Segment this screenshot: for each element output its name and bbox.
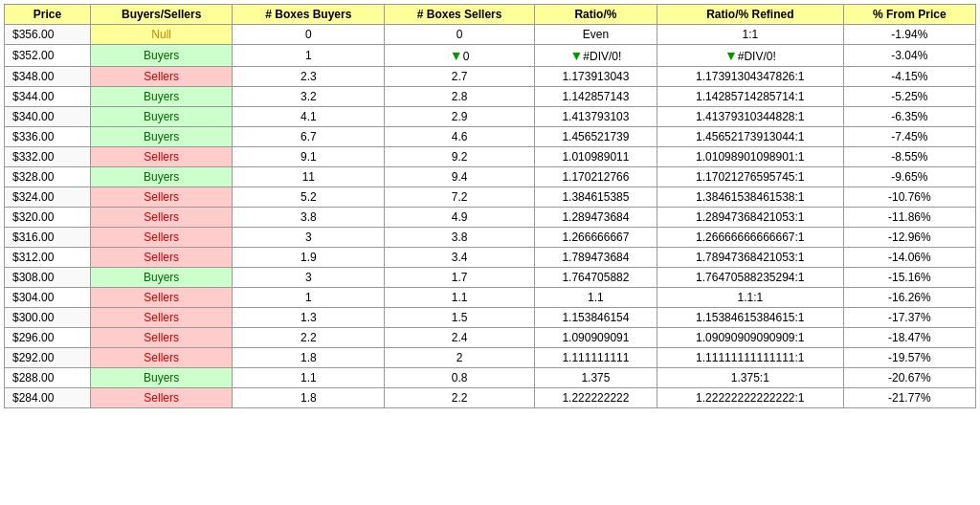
cell-from-price: -5.25% [843,87,975,107]
cell-boxes-sellers: 3.4 [385,248,535,268]
cell-from-price: -11.86% [843,208,975,228]
cell-from-price: -17.37% [843,308,975,328]
cell-ratio-refined: 1.78947368421053:1 [657,248,843,268]
cell-buyers-sellers: Sellers [90,388,233,408]
cell-ratio-refined: 1.17391304347826:1 [657,67,843,87]
cell-boxes-buyers: 1.3 [233,308,385,328]
cell-boxes-buyers: 1.8 [233,348,385,368]
cell-from-price: -1.94% [843,25,975,45]
cell-price: $328.00 [5,167,91,187]
cell-from-price: -3.04% [843,45,975,67]
cell-price: $344.00 [5,87,91,107]
cell-buyers-sellers: Sellers [90,248,233,268]
cell-buyers-sellers: Sellers [90,67,233,87]
cell-boxes-sellers: 1.5 [385,308,535,328]
cell-ratio-refined: 1.41379310344828:1 [657,107,843,127]
cell-ratio-refined: 1.45652173913044:1 [657,127,843,147]
cell-boxes-buyers: 2.2 [233,328,385,348]
price-table: Price Buyers/Sellers # Boxes Buyers # Bo… [4,4,976,408]
cell-ratio: 1.170212766 [534,167,657,187]
cell-price: $340.00 [5,107,91,127]
cell-buyers-sellers: Buyers [90,87,233,107]
header-ratio-refined: Ratio/% Refined [657,5,843,25]
cell-price: $352.00 [5,45,91,67]
cell-buyers-sellers: Buyers [90,45,233,67]
cell-price: $312.00 [5,248,91,268]
cell-boxes-buyers: 1 [233,45,385,67]
cell-from-price: -12.96% [843,228,975,248]
cell-boxes-sellers: 4.6 [385,127,535,147]
cell-from-price: -18.47% [843,328,975,348]
cell-ratio-refined: 1.76470588235294:1 [657,268,843,288]
cell-from-price: -9.65% [843,167,975,187]
cell-ratio: 1.222222222 [534,388,657,408]
cell-boxes-buyers: 3 [233,268,385,288]
cell-boxes-buyers: 3.8 [233,208,385,228]
cell-price: $284.00 [5,388,91,408]
cell-price: $348.00 [5,67,91,87]
cell-boxes-buyers: 11 [233,167,385,187]
cell-boxes-buyers: 0 [233,25,385,45]
cell-buyers-sellers: Sellers [90,328,233,348]
cell-boxes-sellers: 9.2 [385,147,535,167]
cell-price: $300.00 [5,308,91,328]
header-ratio: Ratio/% [534,5,657,25]
cell-buyers-sellers: Sellers [90,288,233,308]
cell-buyers-sellers: Sellers [90,147,233,167]
cell-from-price: -10.76% [843,187,975,208]
cell-price: $316.00 [5,228,91,248]
cell-price: $308.00 [5,268,91,288]
cell-buyers-sellers: Sellers [90,187,233,208]
cell-buyers-sellers: Buyers [90,268,233,288]
header-boxes-sellers: # Boxes Sellers [385,5,535,25]
cell-boxes-buyers: 3 [233,228,385,248]
cell-ratio: 1.384615385 [534,187,657,208]
cell-from-price: -15.16% [843,268,975,288]
cell-ratio-refined: 1.14285714285714:1 [657,87,843,107]
cell-boxes-sellers: 2.8 [385,87,535,107]
cell-buyers-sellers: Buyers [90,127,233,147]
cell-boxes-buyers: 5.2 [233,187,385,208]
down-indicator-ratio-refined-icon: ▼ [724,48,738,63]
cell-from-price: -8.55% [843,147,975,167]
cell-buyers-sellers: Sellers [90,308,233,328]
cell-from-price: -7.45% [843,127,975,147]
header-from-price: % From Price [843,5,975,25]
down-indicator-icon: ▼ [450,48,463,63]
cell-boxes-sellers: 0 [385,25,535,45]
cell-from-price: -20.67% [843,368,975,388]
cell-boxes-sellers: 0.8 [385,368,535,388]
cell-boxes-buyers: 6.7 [233,127,385,147]
header-boxes-buyers: # Boxes Buyers [233,5,385,25]
cell-boxes-buyers: 1.1 [233,368,385,388]
cell-boxes-buyers: 1.8 [233,388,385,408]
cell-boxes-buyers: 2.3 [233,67,385,87]
cell-ratio-refined: 1.09090909090909:1 [657,328,843,348]
cell-boxes-sellers: 2.2 [385,388,535,408]
cell-from-price: -4.15% [843,67,975,87]
cell-from-price: -6.35% [843,107,975,127]
cell-boxes-buyers: 9.1 [233,147,385,167]
cell-ratio: 1.153846154 [534,308,657,328]
cell-ratio: 1.289473684 [534,208,657,228]
cell-boxes-buyers: 1.9 [233,248,385,268]
cell-ratio: Even [534,25,657,45]
cell-price: $304.00 [5,288,91,308]
cell-price: $292.00 [5,348,91,368]
cell-boxes-sellers: 1.7 [385,268,535,288]
cell-ratio-refined: 1.375:1 [657,368,843,388]
cell-boxes-buyers: 3.2 [233,87,385,107]
cell-buyers-sellers: Sellers [90,228,233,248]
cell-ratio-refined: 1.28947368421053:1 [657,208,843,228]
cell-boxes-sellers: 2.4 [385,328,535,348]
cell-from-price: -19.57% [843,348,975,368]
cell-price: $332.00 [5,147,91,167]
cell-ratio: ▼ #DIV/0! [534,45,657,67]
cell-boxes-sellers: 2 [385,348,535,368]
cell-ratio-refined: 1.26666666666667:1 [657,228,843,248]
cell-from-price: -14.06% [843,248,975,268]
cell-price: $288.00 [5,368,91,388]
cell-from-price: -21.77% [843,388,975,408]
cell-ratio-refined: 1.11111111111111:1 [657,348,843,368]
cell-boxes-buyers: 1 [233,288,385,308]
